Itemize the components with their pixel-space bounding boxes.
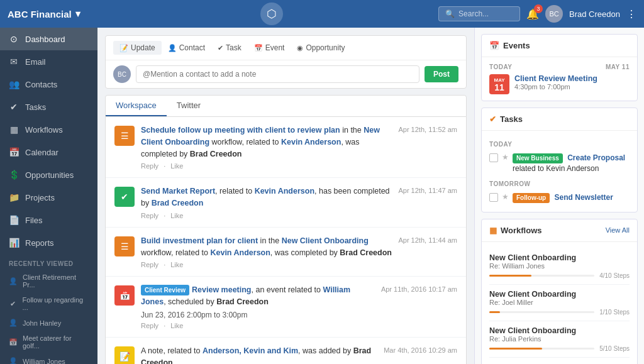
- workflow-bar: [489, 348, 594, 350]
- tab-event[interactable]: 📅 Event: [248, 41, 291, 55]
- tab-opportunity[interactable]: ◉ Opportunity: [291, 41, 351, 55]
- events-title: 📅 Events: [489, 41, 530, 50]
- task-checkbox[interactable]: [489, 153, 498, 162]
- bullet: ·: [164, 261, 165, 268]
- reply-link[interactable]: Reply: [141, 322, 158, 329]
- avatar[interactable]: BC: [545, 5, 563, 23]
- contact-link[interactable]: Kevin Anderson: [210, 248, 270, 257]
- feed-item-text: Build investment plan for client in the …: [141, 235, 392, 259]
- feed-item-text: Schedule follow up meeting with client t…: [141, 124, 392, 160]
- feed-item-link[interactable]: Build investment plan for client: [141, 236, 258, 245]
- reply-link[interactable]: Reply: [141, 212, 158, 219]
- sidebar-label-projects: Projects: [25, 193, 55, 202]
- tab-update-label: Update: [131, 43, 155, 52]
- search-bar[interactable]: 🔍: [438, 6, 520, 21]
- sidebar-item-reports[interactable]: 📊 Reports: [0, 231, 97, 254]
- sidebar-item-opportunities[interactable]: 💲 Opportunities: [0, 163, 97, 186]
- workflows-title-icon: ▦: [489, 226, 497, 235]
- like-link[interactable]: Like: [170, 212, 183, 219]
- task-checkbox[interactable]: [489, 193, 498, 202]
- update-icon: 📝: [119, 44, 128, 52]
- like-link[interactable]: Like: [170, 322, 183, 329]
- reply-link[interactable]: Reply: [141, 162, 158, 170]
- reply-link[interactable]: Reply: [141, 261, 158, 268]
- tasks-title: ✔ Tasks: [489, 114, 523, 124]
- post-type-bar: 📝 Update 👤 Contact ✔ Task 📅: [105, 35, 467, 89]
- recent-label-5: William Jones: [23, 358, 65, 365]
- feed-item-date: Apr 12th, 11:52 am: [398, 124, 457, 170]
- right-panel: 📅 Events TODAY May 11 MAY 11: [474, 28, 644, 364]
- event-item: MAY 11 Client Review Meeting 4:30pm to 7…: [489, 74, 630, 94]
- workflows-icon: ▦: [9, 124, 19, 135]
- user-link[interactable]: Brad Creedon: [152, 199, 204, 207]
- post-input-row: BC Post: [106, 60, 466, 88]
- task-link[interactable]: Send Newsletter: [555, 193, 613, 202]
- tab-opportunity-label: Opportunity: [306, 43, 345, 52]
- task-item: ★ New Business Create Proposal related t…: [489, 150, 630, 177]
- feed-item-link[interactable]: Send Market Report: [141, 187, 215, 196]
- task-text: Follow-up Send Newsletter: [513, 192, 613, 203]
- sidebar-item-calendar[interactable]: 📅 Calendar: [0, 141, 97, 163]
- sidebar-item-workflows[interactable]: ▦ Workflows: [0, 118, 97, 141]
- post-avatar: BC: [113, 65, 131, 83]
- sidebar-recent-john-hanley[interactable]: 👤 John Hanley: [0, 315, 97, 331]
- sidebar-item-projects[interactable]: 📁 Projects: [0, 186, 97, 209]
- feed-item-link[interactable]: Review meeting: [192, 285, 251, 294]
- brand-logo[interactable]: ABC Financial ▾: [8, 8, 105, 19]
- events-today-label: TODAY May 11: [489, 63, 630, 70]
- event-title[interactable]: Client Review Meeting: [514, 74, 597, 83]
- tab-workspace[interactable]: Workspace: [106, 96, 167, 116]
- tab-contact-label: Contact: [179, 43, 205, 52]
- tab-task[interactable]: ✔ Task: [211, 41, 248, 55]
- search-input[interactable]: [458, 9, 515, 18]
- sidebar-recent-william-jones[interactable]: 👤 William Jones: [0, 353, 97, 364]
- contact-link[interactable]: Kevin Anderson: [281, 138, 341, 146]
- tasks-icon: ✔: [9, 102, 19, 112]
- nav-menu-icon[interactable]: ⋮: [626, 8, 636, 20]
- opportunities-icon: 💲: [9, 170, 19, 180]
- contact-link[interactable]: Kevin Anderson: [255, 187, 314, 196]
- task-star[interactable]: ★: [502, 153, 509, 162]
- tab-task-label: Task: [226, 43, 242, 52]
- task-link[interactable]: Create Proposal: [567, 153, 625, 162]
- recent-icon-4: 📅: [9, 338, 18, 346]
- projects-icon: 📁: [9, 192, 19, 202]
- task-tab-icon: ✔: [218, 44, 223, 52]
- like-link[interactable]: Like: [170, 162, 183, 170]
- workflow-bar: [489, 311, 594, 313]
- event-details: Client Review Meeting 4:30pm to 7:00pm: [514, 74, 597, 91]
- tab-update[interactable]: 📝 Update: [113, 41, 162, 55]
- notification-bell[interactable]: 🔔 3: [526, 8, 539, 20]
- workflow-progress-row: 1/10 Steps: [489, 309, 630, 316]
- task-star[interactable]: ★: [502, 192, 509, 201]
- feed-icon-workflow: ☰: [114, 126, 135, 146]
- feed-item-link[interactable]: Schedule follow up meeting with client t…: [141, 126, 340, 135]
- sidebar-recent-meet-caterer[interactable]: 📅 Meet caterer for golf...: [0, 331, 97, 353]
- workflow-link[interactable]: New Client Onboarding: [282, 236, 369, 245]
- task-text: New Business Create Proposal related to …: [513, 153, 630, 174]
- sidebar-item-dashboard[interactable]: ⊙ Dashboard: [0, 28, 97, 50]
- sidebar-recent-client-retirement[interactable]: 👤 Client Retirement Pr...: [0, 270, 97, 292]
- post-input[interactable]: [136, 65, 419, 83]
- sidebar-item-contacts[interactable]: 👥 Contacts: [0, 73, 97, 96]
- sidebar-item-files[interactable]: 📄 Files: [0, 209, 97, 231]
- post-button[interactable]: Post: [425, 66, 458, 82]
- sidebar-label-dashboard: Dashboard: [25, 35, 65, 44]
- workflow-name: New Client Onboarding: [489, 253, 630, 262]
- tab-contact[interactable]: 👤 Contact: [162, 41, 211, 55]
- feed-item-date: Mar 4th, 2016 10:29 am: [384, 345, 457, 364]
- tab-twitter[interactable]: Twitter: [167, 96, 211, 116]
- feed-item-text: Send Market Report, related to Kevin And…: [141, 185, 392, 209]
- brand-dropdown-arrow[interactable]: ▾: [75, 8, 80, 19]
- contact-link[interactable]: Anderson, Kevin and Kim: [203, 346, 298, 355]
- sidebar-recent-follow-up[interactable]: ✔ Follow up regarding ...: [0, 292, 97, 315]
- feed-item-body: Client ReviewReview meeting, an event re…: [141, 284, 375, 329]
- feed-items: ☰ Schedule follow up meeting with client…: [105, 117, 467, 364]
- app-logo-icon[interactable]: ⬡: [260, 3, 283, 25]
- workflows-view-all[interactable]: View All: [606, 226, 630, 234]
- like-link[interactable]: Like: [170, 261, 183, 268]
- workflow-item: New Client Onboarding Re: Julia Perkins …: [489, 321, 630, 358]
- sidebar-label-email: Email: [25, 57, 46, 67]
- sidebar-item-email[interactable]: ✉ Email: [0, 50, 97, 73]
- sidebar-item-tasks[interactable]: ✔ Tasks: [0, 96, 97, 118]
